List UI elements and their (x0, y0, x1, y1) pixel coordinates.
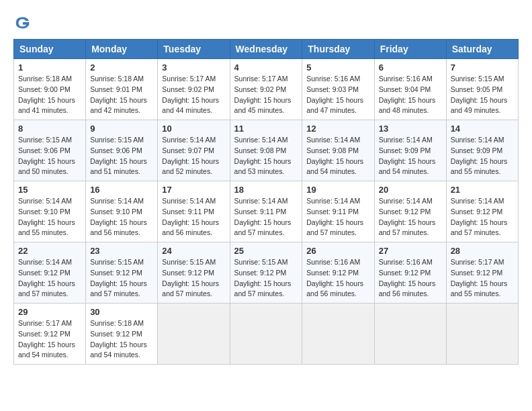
calendar-week-4: 22Sunrise: 5:14 AMSunset: 9:12 PMDayligh… (14, 242, 519, 304)
day-number: 12 (306, 124, 369, 134)
day-info: Sunrise: 5:14 AMSunset: 9:11 PMDaylight:… (162, 196, 225, 238)
daylight-text: Daylight: 15 hours and 57 minutes. (451, 218, 508, 237)
day-number: 26 (306, 246, 369, 256)
day-number: 29 (18, 307, 81, 317)
daylight-text: Daylight: 15 hours and 55 minutes. (451, 157, 508, 176)
sunset-text: Sunset: 9:12 PM (451, 208, 503, 216)
sunrise-text: Sunrise: 5:15 AM (162, 258, 216, 266)
calendar-cell: 11Sunrise: 5:14 AMSunset: 9:08 PMDayligh… (230, 120, 302, 181)
day-number: 19 (306, 185, 369, 195)
weekday-header-thursday: Thursday (302, 40, 374, 59)
sunrise-text: Sunrise: 5:15 AM (90, 258, 144, 266)
sunset-text: Sunset: 9:08 PM (234, 146, 287, 154)
calendar-cell: 26Sunrise: 5:16 AMSunset: 9:12 PMDayligh… (302, 242, 374, 304)
calendar-cell: 23Sunrise: 5:15 AMSunset: 9:12 PMDayligh… (86, 242, 158, 304)
day-number: 7 (451, 62, 514, 73)
calendar-cell: 3Sunrise: 5:17 AMSunset: 9:02 PMDaylight… (158, 59, 230, 120)
day-number: 30 (90, 307, 153, 317)
day-number: 13 (379, 124, 442, 134)
weekday-header-friday: Friday (374, 40, 446, 59)
calendar-cell: 2Sunrise: 5:18 AMSunset: 9:01 PMDaylight… (86, 59, 158, 120)
sunset-text: Sunset: 9:07 PM (162, 146, 214, 154)
weekday-header-sunday: Sunday (14, 40, 86, 59)
daylight-text: Daylight: 15 hours and 42 minutes. (90, 96, 147, 115)
sunset-text: Sunset: 9:12 PM (234, 269, 287, 277)
daylight-text: Daylight: 15 hours and 49 minutes. (451, 96, 508, 115)
calendar-cell: 12Sunrise: 5:14 AMSunset: 9:08 PMDayligh… (302, 120, 374, 181)
sunrise-text: Sunrise: 5:15 AM (234, 258, 288, 266)
calendar-cell: 9Sunrise: 5:15 AMSunset: 9:06 PMDaylight… (86, 120, 158, 181)
calendar-table: SundayMondayTuesdayWednesdayThursdayFrid… (13, 39, 519, 365)
sunrise-text: Sunrise: 5:14 AM (234, 136, 288, 144)
sunset-text: Sunset: 9:11 PM (234, 208, 287, 216)
sunset-text: Sunset: 9:05 PM (451, 85, 503, 93)
day-info: Sunrise: 5:15 AMSunset: 9:12 PMDaylight:… (90, 257, 153, 300)
sunrise-text: Sunrise: 5:14 AM (451, 197, 504, 205)
sunrise-text: Sunrise: 5:16 AM (306, 258, 360, 266)
sunset-text: Sunset: 9:10 PM (18, 208, 71, 216)
sunset-text: Sunset: 9:11 PM (306, 208, 359, 216)
calendar-cell: 25Sunrise: 5:15 AMSunset: 9:12 PMDayligh… (230, 242, 302, 304)
calendar-cell (446, 304, 518, 365)
day-number: 2 (90, 62, 153, 73)
sunset-text: Sunset: 9:12 PM (451, 269, 503, 277)
day-number: 9 (90, 124, 153, 134)
day-info: Sunrise: 5:15 AMSunset: 9:05 PMDaylight:… (451, 74, 514, 116)
sunrise-text: Sunrise: 5:14 AM (379, 197, 433, 205)
daylight-text: Daylight: 15 hours and 57 minutes. (162, 279, 219, 298)
day-info: Sunrise: 5:17 AMSunset: 9:02 PMDaylight:… (234, 74, 298, 116)
day-number: 16 (90, 185, 153, 195)
calendar-cell: 18Sunrise: 5:14 AMSunset: 9:11 PMDayligh… (230, 181, 302, 242)
day-number: 25 (234, 246, 298, 256)
calendar-cell (374, 304, 446, 365)
day-info: Sunrise: 5:14 AMSunset: 9:10 PMDaylight:… (18, 196, 81, 238)
day-info: Sunrise: 5:17 AMSunset: 9:12 PMDaylight:… (18, 318, 81, 361)
day-info: Sunrise: 5:15 AMSunset: 9:06 PMDaylight:… (18, 135, 81, 177)
day-info: Sunrise: 5:18 AMSunset: 9:12 PMDaylight:… (90, 318, 153, 361)
sunset-text: Sunset: 9:12 PM (90, 269, 142, 277)
day-info: Sunrise: 5:18 AMSunset: 9:01 PMDaylight:… (90, 74, 153, 116)
day-info: Sunrise: 5:16 AMSunset: 9:12 PMDaylight:… (379, 257, 442, 300)
day-number: 10 (162, 124, 225, 134)
day-number: 17 (162, 185, 225, 195)
sunset-text: Sunset: 9:11 PM (162, 208, 214, 216)
daylight-text: Daylight: 15 hours and 50 minutes. (18, 157, 75, 176)
sunset-text: Sunset: 9:06 PM (90, 146, 142, 154)
sunrise-text: Sunrise: 5:18 AM (90, 75, 144, 83)
daylight-text: Daylight: 15 hours and 41 minutes. (18, 96, 75, 115)
sunrise-text: Sunrise: 5:14 AM (18, 197, 72, 205)
day-info: Sunrise: 5:15 AMSunset: 9:12 PMDaylight:… (234, 257, 298, 300)
day-info: Sunrise: 5:14 AMSunset: 9:09 PMDaylight:… (451, 135, 514, 177)
sunrise-text: Sunrise: 5:16 AM (379, 258, 433, 266)
sunrise-text: Sunrise: 5:14 AM (18, 258, 72, 266)
sunrise-text: Sunrise: 5:17 AM (451, 258, 504, 266)
daylight-text: Daylight: 15 hours and 45 minutes. (234, 96, 292, 115)
calendar-cell: 16Sunrise: 5:14 AMSunset: 9:10 PMDayligh… (86, 181, 158, 242)
calendar-cell: 20Sunrise: 5:14 AMSunset: 9:12 PMDayligh… (374, 181, 446, 242)
calendar-cell: 14Sunrise: 5:14 AMSunset: 9:09 PMDayligh… (446, 120, 518, 181)
sunrise-text: Sunrise: 5:14 AM (90, 197, 144, 205)
sunrise-text: Sunrise: 5:14 AM (379, 136, 433, 144)
sunrise-text: Sunrise: 5:14 AM (162, 136, 216, 144)
day-number: 27 (379, 246, 442, 256)
sunset-text: Sunset: 9:09 PM (451, 146, 503, 154)
daylight-text: Daylight: 15 hours and 54 minutes. (306, 157, 363, 176)
calendar-cell: 8Sunrise: 5:15 AMSunset: 9:06 PMDaylight… (14, 120, 86, 181)
calendar-cell (158, 304, 230, 365)
calendar-cell: 19Sunrise: 5:14 AMSunset: 9:11 PMDayligh… (302, 181, 374, 242)
day-info: Sunrise: 5:14 AMSunset: 9:10 PMDaylight:… (90, 196, 153, 238)
daylight-text: Daylight: 15 hours and 53 minutes. (234, 157, 292, 176)
sunset-text: Sunset: 9:10 PM (90, 208, 142, 216)
sunrise-text: Sunrise: 5:18 AM (90, 319, 144, 327)
daylight-text: Daylight: 15 hours and 47 minutes. (306, 96, 363, 115)
sunset-text: Sunset: 9:12 PM (18, 269, 71, 277)
calendar-body: 1Sunrise: 5:18 AMSunset: 9:00 PMDaylight… (14, 59, 519, 365)
weekday-header-tuesday: Tuesday (158, 40, 230, 59)
daylight-text: Daylight: 15 hours and 51 minutes. (90, 157, 147, 176)
calendar-cell: 22Sunrise: 5:14 AMSunset: 9:12 PMDayligh… (14, 242, 86, 304)
day-number: 11 (234, 124, 298, 134)
daylight-text: Daylight: 15 hours and 54 minutes. (18, 340, 75, 359)
day-number: 3 (162, 62, 225, 73)
calendar-cell (302, 304, 374, 365)
day-number: 14 (451, 124, 514, 134)
